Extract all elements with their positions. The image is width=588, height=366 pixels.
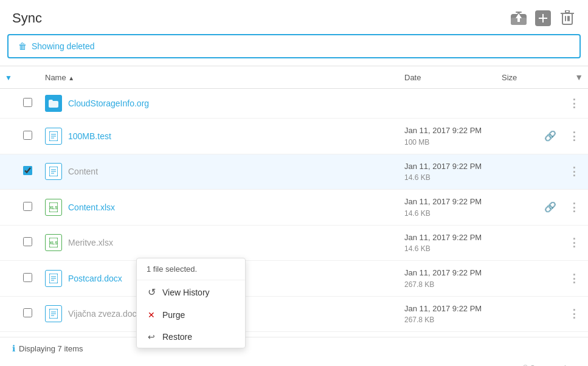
- col-link-header: [539, 66, 564, 89]
- copyright: © Sync.com Inc.: [0, 359, 588, 366]
- file-name[interactable]: 100MB.test: [68, 131, 111, 141]
- col-date-label: Date: [404, 73, 421, 82]
- purge-label: Purge: [162, 310, 185, 320]
- col-size-label: Size: [502, 73, 517, 82]
- row-name-cell: 100MB.test: [40, 119, 399, 154]
- file-name[interactable]: Content: [68, 167, 98, 176]
- file-type-icon: [45, 305, 62, 322]
- row-checkbox[interactable]: [23, 308, 32, 317]
- file-name[interactable]: CloudStorageInfo.org: [68, 98, 149, 108]
- more-options-icon[interactable]: ⋮: [569, 97, 579, 109]
- row-more-cell: ⋮: [564, 261, 588, 297]
- row-checkbox[interactable]: [23, 202, 32, 211]
- context-menu: 1 file selected. ↺ View History ✕ Purge …: [136, 258, 246, 348]
- row-link-cell: [539, 225, 564, 261]
- file-name[interactable]: Content.xlsx: [68, 202, 115, 212]
- more-options-icon[interactable]: ⋮: [569, 237, 579, 249]
- table-header: ▼ Name ▲ Date Size ▼: [0, 66, 588, 89]
- add-icon[interactable]: [534, 10, 552, 27]
- footer-bar: ℹ Displaying 7 items: [0, 337, 588, 359]
- row-link-cell: [539, 154, 564, 190]
- svg-rect-11: [565, 16, 566, 21]
- file-type-icon: [45, 270, 62, 287]
- table-row: Vijačna zveza.docxJan 11, 2017 9:22 PM26…: [0, 296, 588, 332]
- col-filter-header[interactable]: ▼: [564, 66, 588, 89]
- row-size-col: [497, 89, 539, 119]
- row-more-cell: ⋮: [564, 190, 588, 226]
- col-name-header[interactable]: Name ▲: [40, 66, 399, 89]
- row-name-cell: CloudStorageInfo.org: [40, 89, 399, 119]
- table-row: ContentJan 11, 2017 9:22 PM14.6 KB⋮: [0, 154, 588, 190]
- row-size: 100 MB: [404, 137, 492, 148]
- file-table-wrapper: ▼ Name ▲ Date Size ▼ CloudStor: [0, 66, 588, 332]
- showing-deleted-bar: 🗑 Showing deleted: [7, 34, 581, 58]
- row-checkbox-cell: [18, 261, 40, 297]
- context-menu-purge[interactable]: ✕ Purge: [137, 304, 245, 326]
- more-options-icon[interactable]: ⋮: [569, 165, 579, 178]
- sort-arrow-icon: ▼: [5, 74, 12, 82]
- svg-text:XLS: XLS: [49, 241, 58, 245]
- row-checkbox[interactable]: [23, 98, 32, 107]
- link-icon[interactable]: 🔗: [544, 202, 556, 212]
- row-checkbox[interactable]: [23, 237, 32, 246]
- file-type-icon: XLS: [45, 234, 62, 251]
- row-size: 14.6 KB: [404, 243, 492, 254]
- row-size-col: [497, 296, 539, 332]
- row-sort-col: [0, 261, 18, 297]
- row-checkbox[interactable]: [23, 273, 32, 282]
- app-title: Sync: [12, 10, 42, 26]
- more-options-icon[interactable]: ⋮: [569, 308, 579, 320]
- row-size-col: [497, 225, 539, 261]
- row-date: Jan 11, 2017 9:22 PM: [404, 161, 492, 173]
- row-name-cell: XLSMeritve.xlsx: [40, 225, 399, 261]
- row-link-cell: [539, 296, 564, 332]
- row-sort-col: [0, 190, 18, 226]
- row-more-cell: ⋮: [564, 225, 588, 261]
- more-options-icon[interactable]: ⋮: [569, 272, 579, 285]
- file-type-icon: XLS: [45, 199, 62, 216]
- delete-icon[interactable]: [559, 10, 576, 27]
- row-name-cell: XLSContent.xlsx: [40, 190, 399, 226]
- row-date-cell: [399, 89, 497, 119]
- file-type-icon: [45, 128, 62, 145]
- row-size-col: [497, 190, 539, 226]
- row-date: Jan 11, 2017 9:22 PM: [404, 232, 492, 244]
- svg-rect-7: [539, 18, 547, 19]
- file-name[interactable]: Meritve.xlsx: [68, 238, 113, 247]
- col-check-header: [18, 66, 40, 89]
- file-name[interactable]: Vijačna zveza.docx: [68, 309, 141, 319]
- view-history-icon: ↺: [147, 286, 156, 298]
- app-header: Sync: [0, 0, 588, 34]
- row-size-col: [497, 261, 539, 297]
- row-sort-col: [0, 119, 18, 154]
- row-checkbox-cell: [18, 89, 40, 119]
- file-type-icon: [45, 163, 62, 180]
- row-date-cell: Jan 11, 2017 9:22 PM14.6 KB: [399, 190, 497, 226]
- row-checkbox[interactable]: [23, 166, 32, 175]
- link-icon[interactable]: 🔗: [544, 131, 556, 141]
- row-link-cell: [539, 89, 564, 119]
- file-table-body: CloudStorageInfo.org⋮100MB.testJan 11, 2…: [0, 89, 588, 332]
- more-options-icon[interactable]: ⋮: [569, 130, 579, 142]
- row-checkbox[interactable]: [23, 131, 32, 140]
- more-options-icon[interactable]: ⋮: [569, 201, 579, 213]
- col-sort-header[interactable]: ▼: [0, 66, 18, 89]
- svg-rect-13: [569, 16, 570, 21]
- file-name[interactable]: Postcard.docx: [68, 274, 122, 283]
- row-size: 267.8 KB: [404, 314, 492, 325]
- context-menu-view-history[interactable]: ↺ View History: [137, 280, 245, 304]
- display-count: Displaying 7 items: [19, 344, 83, 353]
- info-icon: ℹ: [12, 344, 15, 353]
- row-date-cell: Jan 11, 2017 9:22 PM267.8 KB: [399, 296, 497, 332]
- row-checkbox-cell: [18, 119, 40, 154]
- row-checkbox-cell: [18, 190, 40, 226]
- col-size-header: Size: [497, 66, 539, 89]
- table-row: XLSMeritve.xlsxJan 11, 2017 9:22 PM14.6 …: [0, 225, 588, 261]
- upload-icon[interactable]: [510, 10, 527, 27]
- showing-deleted-label: Showing deleted: [32, 41, 95, 51]
- row-date-cell: Jan 11, 2017 9:22 PM14.6 KB: [399, 225, 497, 261]
- table-row: CloudStorageInfo.org⋮: [0, 89, 588, 119]
- context-menu-restore[interactable]: ↩ Restore: [137, 326, 245, 348]
- row-sort-col: [0, 296, 18, 332]
- restore-label: Restore: [162, 332, 192, 342]
